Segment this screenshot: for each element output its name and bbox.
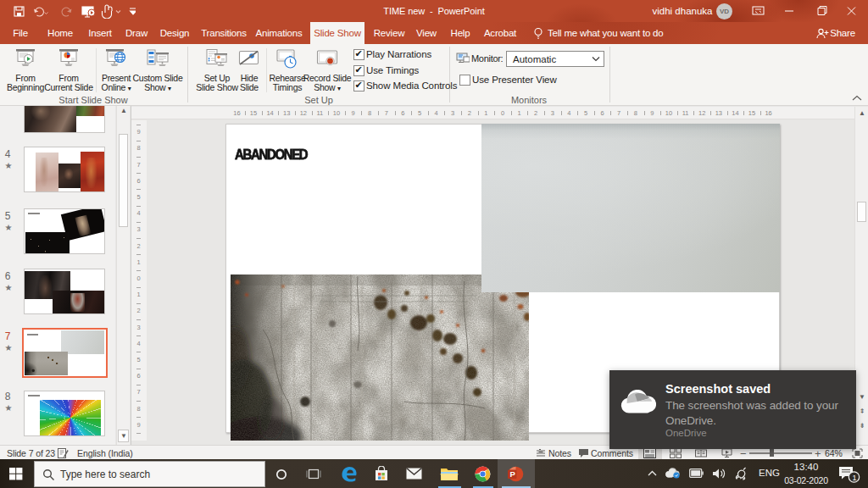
svg-text:1: 1 xyxy=(852,474,856,482)
svg-text:P: P xyxy=(510,469,516,479)
